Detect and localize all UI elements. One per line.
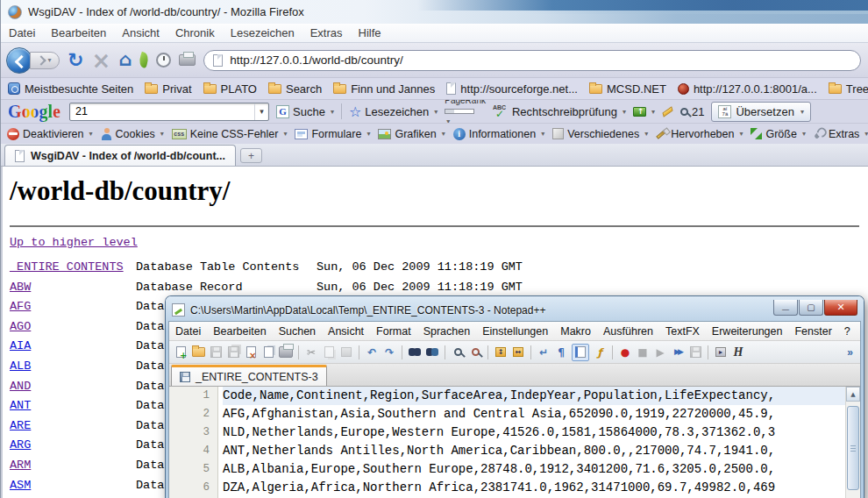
translate-button[interactable]: Übersetzen [711,102,811,122]
record-link-aia[interactable]: AIA [10,339,31,352]
google-lesezeichen-button[interactable]: Lesezeichen [349,103,438,120]
webdev-extras[interactable]: Extras [814,128,868,140]
record-link-arm[interactable]: ARM [10,459,31,472]
google-search-input[interactable] [70,105,254,117]
webdev-cookies[interactable]: Cookies [101,128,164,140]
menu-bearbeiten[interactable]: Bearbeiten [43,24,114,42]
notepad-titlebar[interactable]: C:\Users\Martin\AppData\Local\Temp\_ENTI… [168,299,861,321]
bookmark-127-0-0-1-8001[interactable]: http://127.0.0.1:8001/a... [678,82,817,96]
paste-icon[interactable] [339,345,353,359]
menu-lesezeichen[interactable]: Lesezeichen [223,24,302,42]
back-button[interactable] [6,47,32,74]
forward-button[interactable] [30,52,60,69]
webdev-deaktivieren[interactable]: Deaktivieren [7,128,93,140]
open-file-icon[interactable] [191,345,205,359]
npp-menu-ansicht[interactable]: Ansicht [322,325,370,338]
webdev-hervorheben[interactable]: Hervorheben [656,128,743,140]
tab-wsgidav[interactable]: WsgiDAV - Index of /world-db/count... [4,145,236,166]
npp-menu-erweiterungen[interactable]: Erweiterungen [706,325,789,338]
record-link-abw[interactable]: ABW [10,281,31,294]
save-all-icon[interactable] [226,345,240,359]
close-button[interactable] [824,300,857,316]
google-suche-button[interactable]: Suche [276,105,334,118]
google-search-box[interactable]: ▾ [69,103,269,121]
npp-menu-makro[interactable]: Makro [554,325,597,338]
cut-icon[interactable]: ✂ [304,345,318,359]
bookmark-finn-und-jannes[interactable]: Finn und Jannes [333,82,435,96]
launch-icon[interactable]: ▸ [714,345,728,359]
webdev-css[interactable]: Keine CSS-Fehler [172,128,288,140]
save-icon[interactable] [209,345,223,359]
scroll-up-arrow-icon[interactable]: ▲ [846,387,860,402]
print-icon[interactable] [279,345,293,359]
npp-menu-fenster[interactable]: Fenster [788,325,837,338]
url-bar[interactable] [203,50,861,71]
maximize-button[interactable] [799,300,823,316]
menu-datei[interactable]: Datei [1,24,43,42]
entire-contents-link[interactable]: _ENTIRE_CONTENTS [10,260,124,274]
webdev-verschiedenes[interactable]: Verschiedenes [552,128,648,140]
vertical-scrollbar[interactable]: ▲ [845,387,860,498]
record-link-arg[interactable]: ARG [10,438,31,452]
hex-editor-icon[interactable]: H [731,345,745,359]
minimize-button[interactable] [773,300,798,316]
save-macro-icon[interactable] [688,345,702,359]
webdev-formulare[interactable]: Formulare [295,128,370,140]
run-multiple-icon[interactable]: ▶▶ [671,345,685,359]
npp-menu-textfx[interactable]: TextFX [659,325,706,338]
npp-tab-entire-contents[interactable]: _ENTIRE_CONTENTS-3 [171,365,327,386]
zoom-in-icon[interactable] [451,345,465,359]
play-macro-icon[interactable]: ▶ [653,345,667,359]
show-symbols-icon[interactable]: ¶ [554,345,568,359]
record-link-are[interactable]: ARE [10,419,31,432]
find-icon[interactable] [408,345,422,359]
editor-text-area[interactable]: Code,Name,Continent,Region,SurfaceArea,I… [218,387,860,498]
bookmark-privat[interactable]: Privat [145,82,191,96]
send-to-button[interactable] [633,107,655,117]
highlight-count[interactable]: 21 [680,105,704,118]
record-link-ant[interactable]: ANT [10,399,31,412]
menu-hilfe[interactable]: Hilfe [351,24,389,42]
notepad-editor[interactable]: 1 2 3 4 5 6 Code,Name,Continent,Region,S… [169,387,860,498]
function-completion-icon[interactable]: ƒ [593,345,607,359]
close-file-icon[interactable] [244,345,258,359]
undo-icon[interactable]: ↶ [365,345,379,359]
menu-chronik[interactable]: Chronik [167,24,223,42]
npp-menu-ausfuehren[interactable]: Ausführen [597,325,659,338]
bookmark-meistbesuchte-seiten[interactable]: Meistbesuchte Seiten [8,82,133,96]
close-all-icon[interactable] [261,345,275,359]
npp-menu-bearbeiten[interactable]: Bearbeiten [207,325,272,338]
record-link-asm[interactable]: ASM [10,479,31,492]
webdev-groesse[interactable]: Größe [751,128,805,140]
replace-icon[interactable] [425,345,439,359]
home-button[interactable] [118,51,132,69]
print-button[interactable] [179,54,196,66]
pagerank-widget[interactable]: PageRank [445,99,486,123]
clock-extension-icon[interactable] [156,53,171,68]
record-link-and[interactable]: AND [10,380,31,393]
word-wrap-icon[interactable]: ↵ [537,345,551,359]
new-file-icon[interactable] [174,345,188,359]
record-macro-icon[interactable]: ● [618,345,632,359]
stop-macro-icon[interactable]: ■ [636,345,650,359]
reload-button[interactable] [68,51,83,70]
bookmark-search[interactable]: Search [268,82,322,96]
new-tab-button[interactable]: + [240,148,262,163]
npp-menu-format[interactable]: Format [370,325,417,338]
npp-menu-help[interactable]: ? [838,325,857,338]
leaf-extension-icon[interactable] [138,52,151,68]
highlighter-icon[interactable] [662,106,672,117]
bookmark-sourceforge[interactable]: http://sourceforge.net... [446,82,578,96]
sync-vertical-icon[interactable]: ↕ [494,345,508,359]
copy-icon[interactable] [322,345,336,359]
record-link-ago[interactable]: AGO [10,320,31,333]
npp-menu-suchen[interactable]: Suchen [273,325,322,338]
npp-menu-sprachen[interactable]: Sprachen [417,325,477,338]
sync-horizontal-icon[interactable]: ↔ [511,345,525,359]
record-link-afg[interactable]: AFG [10,300,31,313]
spellcheck-button[interactable]: Rechtschreibprüfung [493,105,626,118]
webdev-grafiken[interactable]: Grafiken [378,128,445,140]
bookmark-mcsd-net[interactable]: MCSD.NET [589,82,666,96]
npp-close-document-button[interactable]: X [857,325,861,338]
stop-button[interactable] [91,49,110,72]
